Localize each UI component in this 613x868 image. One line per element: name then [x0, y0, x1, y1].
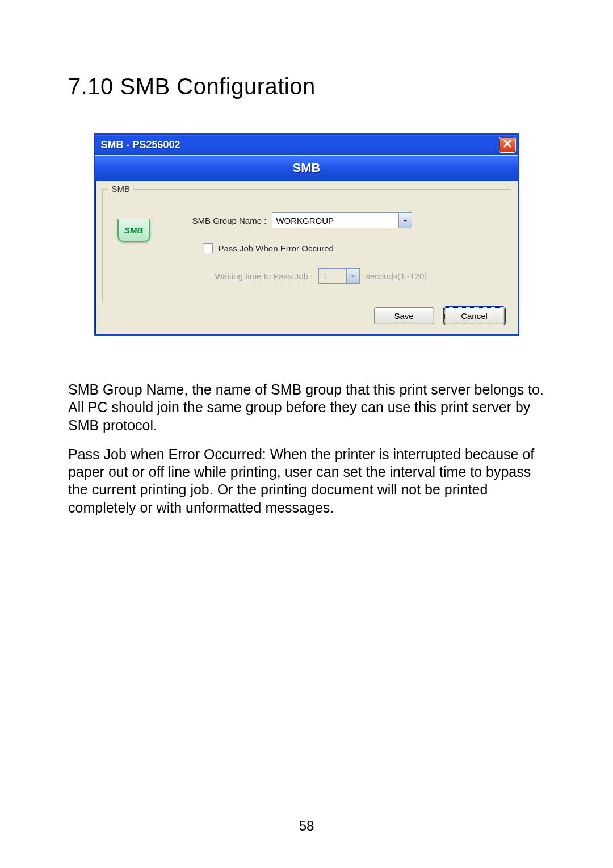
dialog-buttons: Save Cancel — [95, 307, 518, 334]
waiting-suffix: seconds(1~120) — [366, 271, 427, 281]
paragraph-1: SMB Group Name, the name of SMB group th… — [68, 381, 545, 434]
passjob-label: Pass Job When Error Occured — [219, 244, 334, 253]
group-name-row: SMB Group Name : — [192, 212, 501, 228]
waiting-dropdown-button — [346, 269, 359, 283]
dialog-banner: SMB — [95, 155, 518, 181]
passjob-row: Pass Job When Error Occured — [203, 243, 501, 253]
group-name-label: SMB Group Name : — [192, 216, 267, 225]
chevron-down-icon — [402, 216, 408, 225]
waiting-row: Waiting time to Pass Job : seconds(1~120… — [215, 268, 501, 284]
cancel-button[interactable]: Cancel — [444, 307, 505, 324]
close-icon — [503, 139, 512, 150]
smb-dialog: SMB - PS256002 SMB SMB SMB SMB Group Nam… — [94, 133, 519, 336]
smb-icon-label: SMB — [124, 225, 143, 235]
waiting-input — [319, 269, 346, 283]
smb-groupbox: SMB SMB SMB Group Name : — [102, 189, 511, 301]
group-name-input[interactable] — [272, 213, 398, 228]
paragraph-2: Pass Job when Error Occurred: When the p… — [68, 446, 545, 517]
close-button[interactable] — [499, 137, 516, 153]
waiting-combo — [318, 268, 360, 284]
section-heading: 7.10 SMB Configuration — [68, 74, 545, 99]
group-name-dropdown-button[interactable] — [398, 213, 412, 228]
window-title: SMB - PS256002 — [101, 139, 180, 151]
passjob-checkbox[interactable] — [203, 243, 213, 253]
groupbox-legend: SMB — [108, 184, 134, 194]
chevron-down-icon — [350, 271, 356, 281]
save-button[interactable]: Save — [374, 307, 434, 324]
titlebar: SMB - PS256002 — [95, 135, 518, 155]
banner-title: SMB — [293, 161, 321, 175]
waiting-label: Waiting time to Pass Job : — [215, 271, 313, 281]
page-number: 58 — [0, 818, 613, 834]
smb-icon: SMB — [117, 219, 150, 242]
group-name-combo[interactable] — [272, 212, 412, 228]
